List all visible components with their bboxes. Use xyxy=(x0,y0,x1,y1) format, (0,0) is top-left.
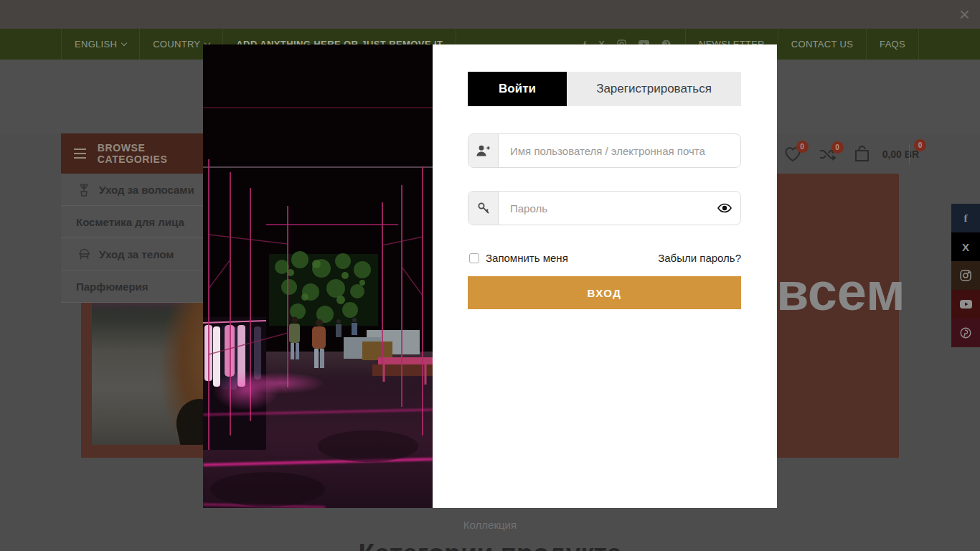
instagram-icon[interactable] xyxy=(951,261,980,290)
language-label: ENGLISH xyxy=(75,39,117,50)
plant-icon xyxy=(76,182,92,197)
hamburger-icon xyxy=(74,149,86,159)
remember-me-checkbox[interactable] xyxy=(469,253,479,263)
wishlist-count-badge: 0 xyxy=(796,141,809,153)
facebook-icon[interactable]: f xyxy=(951,204,980,232)
pinterest-icon[interactable] xyxy=(951,319,980,347)
modal-close-icon[interactable]: × xyxy=(959,3,970,26)
tab-login[interactable]: Войти xyxy=(468,72,567,106)
password-field-wrap xyxy=(468,191,741,225)
shopping-bag-icon xyxy=(854,145,870,163)
product-categories-heading: Категории продукта xyxy=(0,539,980,551)
tab-register[interactable]: Зарегистрироваться xyxy=(567,72,741,106)
chevron-down-icon xyxy=(121,39,127,45)
sidebar-item-label: Уход за телом xyxy=(99,248,174,260)
country-label: COUNTRY xyxy=(153,39,200,50)
youtube-icon[interactable] xyxy=(951,290,980,319)
cart-count-badge: 0 xyxy=(914,139,926,151)
faqs-link[interactable]: FAQS xyxy=(866,29,919,60)
auth-tabs: Войти Зарегистрироваться xyxy=(468,72,741,106)
sidebar-item-label: Парфюмерия xyxy=(76,281,149,293)
sidebar-item-hair-care[interactable]: Уход за волосами xyxy=(61,174,204,206)
browse-categories-button[interactable]: BROWSE CATEGORIES xyxy=(61,133,204,174)
sidebar-item-perfumery[interactable]: Парфюмерия xyxy=(61,270,204,303)
username-input[interactable] xyxy=(499,134,740,167)
nav-divider xyxy=(909,143,910,164)
eye-icon xyxy=(717,203,732,213)
vanity-icon xyxy=(76,248,92,260)
sidebar-item-label: Уход за волосами xyxy=(99,184,194,196)
password-input[interactable] xyxy=(499,192,740,225)
user-plus-icon xyxy=(468,134,499,167)
username-field-wrap xyxy=(468,133,741,168)
compare-count-badge: 0 xyxy=(831,141,844,154)
browse-categories-label: BROWSE CATEGORIES xyxy=(98,142,204,165)
store-photo xyxy=(203,44,433,508)
show-password-toggle[interactable] xyxy=(717,192,732,225)
cart-total: 0,00 BR xyxy=(882,149,919,160)
x-twitter-icon[interactable]: X xyxy=(951,232,980,261)
sidebar-item-body-care[interactable]: Уход за телом xyxy=(61,238,204,270)
wishlist-button[interactable]: 0 xyxy=(784,146,801,162)
login-modal: Войти Зарегистрироваться xyxy=(203,44,777,508)
sidebar-item-label: Косметика для лица xyxy=(76,216,184,228)
language-dropdown[interactable]: ENGLISH xyxy=(61,29,139,60)
login-form: Войти Зарегистрироваться xyxy=(433,44,777,508)
key-icon xyxy=(468,192,499,225)
remember-me-label[interactable]: Запомнить меня xyxy=(486,252,568,264)
hero-headline: всем xyxy=(776,265,905,319)
collection-label: Коллекция xyxy=(0,519,980,531)
forgot-password-link[interactable]: Забыли пароль? xyxy=(658,252,741,264)
compare-button[interactable]: 0 xyxy=(819,147,837,161)
overlay-top-strip xyxy=(0,0,980,29)
sidebar-item-face-cosmetics[interactable]: Косметика для лица xyxy=(61,206,204,238)
categories-menu: Уход за волосами Косметика для лица Уход… xyxy=(61,174,204,303)
login-submit-button[interactable]: ВХОД xyxy=(468,276,741,309)
contact-us-link[interactable]: CONTACT US xyxy=(778,29,866,60)
social-sidebar: f X xyxy=(951,204,980,347)
